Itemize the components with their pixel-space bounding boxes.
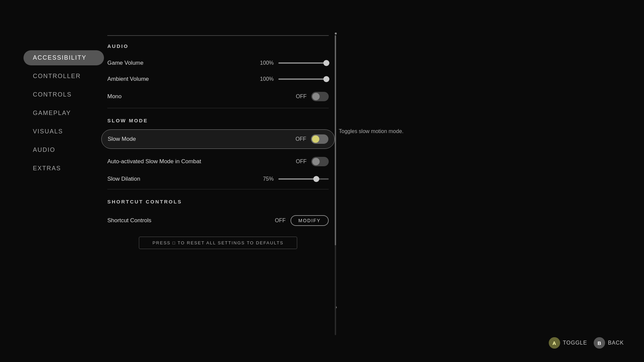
sidebar-item-accessibility[interactable]: ACCESSIBILITY [23, 50, 104, 65]
auto-slow-mode-right: OFF [296, 157, 329, 166]
game-volume-slider[interactable] [278, 62, 329, 64]
ambient-volume-slider[interactable] [278, 78, 329, 80]
auto-slow-mode-value: OFF [296, 159, 307, 165]
auto-slow-mode-toggle[interactable] [311, 157, 329, 166]
game-volume-value: 100% [260, 60, 274, 66]
slow-mode-description: Toggles slow motion mode. [339, 128, 404, 134]
slow-dilation-label: Slow Dilation [107, 176, 140, 182]
sidebar-item-visuals[interactable]: VISUALS [23, 124, 104, 139]
shortcut-controls-section-label: SHORTCUT CONTROLS [107, 191, 329, 210]
game-volume-row: Game Volume 100% [107, 55, 329, 71]
bottom-controls: A TOGGLE B BACK [549, 337, 624, 349]
a-button-icon[interactable]: A [549, 337, 560, 349]
slow-dilation-right: 75% [263, 176, 329, 182]
toggle-control: A TOGGLE [549, 337, 587, 349]
slow-mode-section-label: SLOW MODE [107, 110, 329, 129]
slow-mode-toggle[interactable] [311, 134, 328, 144]
slow-mode-row[interactable]: Slow Mode OFF [101, 129, 335, 149]
reset-button[interactable]: PRESS □ TO RESET ALL SETTINGS TO DEFAULT… [139, 237, 298, 249]
mono-toggle[interactable] [311, 92, 329, 101]
audio-section-label: AUDIO [107, 36, 329, 55]
ambient-volume-label: Ambient Volume [107, 76, 149, 82]
back-control: B BACK [594, 337, 624, 349]
back-label: BACK [608, 340, 624, 346]
auto-slow-mode-toggle-knob [312, 158, 320, 165]
main-panel: AUDIO Game Volume 100% Ambient Volume 10… [107, 35, 329, 335]
sidebar-item-controls[interactable]: CONTROLS [23, 87, 104, 102]
slow-mode-divider [107, 189, 329, 189]
mono-right: OFF [296, 92, 329, 101]
shortcut-controls-value: OFF [275, 218, 286, 224]
audio-divider [107, 108, 329, 108]
slow-mode-value: OFF [296, 136, 306, 142]
auto-slow-mode-label: Auto-activated Slow Mode in Combat [107, 158, 201, 165]
scroll-top-dot [335, 33, 337, 35]
game-volume-label: Game Volume [107, 60, 144, 66]
sidebar-item-controller[interactable]: CONTROLLER [23, 69, 104, 84]
mono-toggle-knob [312, 93, 320, 100]
slow-dilation-row: Slow Dilation 75% [107, 171, 329, 187]
ambient-volume-right: 100% [260, 76, 329, 82]
slow-mode-label: Slow Mode [108, 136, 136, 142]
ambient-volume-value: 100% [260, 76, 274, 82]
sidebar-item-extras[interactable]: EXTRAS [23, 161, 104, 176]
shortcut-controls-right: OFF MODIFY [275, 215, 329, 226]
slow-mode-right: OFF [296, 134, 328, 144]
b-button-icon[interactable]: B [594, 337, 605, 349]
scroll-indicator[interactable] [335, 35, 336, 335]
slow-dilation-value: 75% [263, 176, 274, 182]
mono-row: Mono OFF [107, 87, 329, 106]
auto-slow-mode-row: Auto-activated Slow Mode in Combat OFF [107, 152, 329, 171]
reset-btn-row: PRESS □ TO RESET ALL SETTINGS TO DEFAULT… [107, 237, 329, 249]
ambient-volume-row: Ambient Volume 100% [107, 71, 329, 87]
toggle-label: TOGGLE [563, 340, 587, 346]
slow-dilation-slider[interactable] [278, 178, 329, 180]
mono-value: OFF [296, 94, 307, 100]
sidebar: ACCESSIBILITY CONTROLLER CONTROLS GAMEPL… [23, 50, 104, 176]
shortcut-controls-label: Shortcut Controls [107, 217, 151, 224]
shortcut-controls-modify-button[interactable]: MODIFY [290, 215, 329, 226]
shortcut-controls-row: Shortcut Controls OFF MODIFY [107, 210, 329, 231]
mono-label: Mono [107, 93, 122, 100]
game-volume-right: 100% [260, 60, 329, 66]
slow-mode-toggle-knob [312, 135, 319, 143]
sidebar-item-gameplay[interactable]: GAMEPLAY [23, 106, 104, 121]
scroll-thumb [335, 35, 336, 245]
sidebar-item-audio[interactable]: AUDIO [23, 142, 104, 158]
side-info: Toggles slow motion mode. [339, 128, 404, 134]
